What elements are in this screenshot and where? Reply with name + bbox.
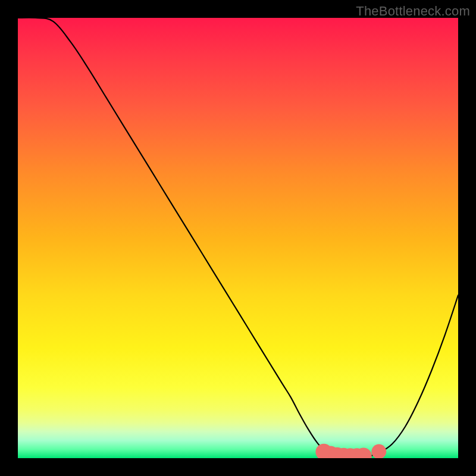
curve-layer bbox=[18, 18, 458, 458]
optimal-markers bbox=[315, 444, 386, 458]
watermark-text: TheBottleneck.com bbox=[356, 4, 470, 19]
bottleneck-curve bbox=[18, 18, 458, 457]
chart-stage: TheBottleneck.com bbox=[0, 0, 476, 476]
optimal-marker bbox=[371, 444, 386, 459]
plot-area bbox=[18, 18, 458, 458]
